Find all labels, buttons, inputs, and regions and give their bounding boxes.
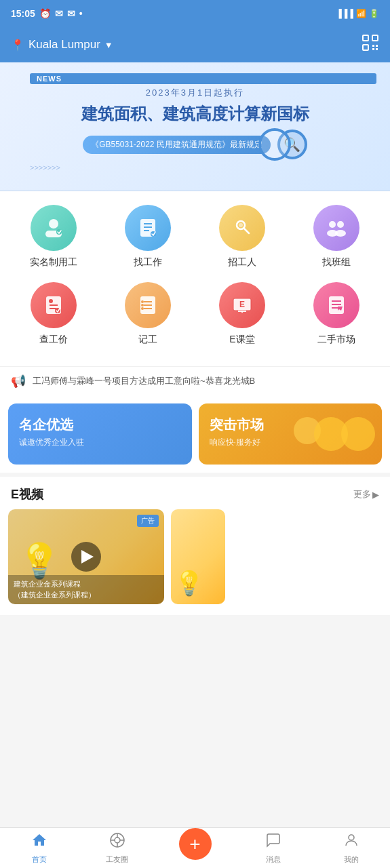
video-section: E视频 更多 ▶ 💡 广告 建筑企业金系列课程 （建筑企业金系列课程） [0,473,390,615]
icon-item-e-class[interactable]: E E课堂 [205,282,279,346]
nav-item-add[interactable]: + [156,828,234,868]
chevron-right-icon: ▶ [372,490,379,500]
status-time-area: 15:05 ⏰ ✉ ✉ • [11,8,83,19]
svg-rect-2 [363,45,368,50]
icon-label-record-work: 记工 [138,334,157,346]
icon-label-find-team: 找班组 [322,256,351,269]
icon-item-find-job[interactable]: 找工作 [111,205,185,269]
svg-rect-1 [372,35,378,41]
icon-item-find-team[interactable]: 找班组 [299,205,374,269]
promo-subtitle-top-companies: 诚邀优秀企业入驻 [19,437,181,448]
icon-label-find-job: 找工作 [134,256,162,269]
svg-point-33 [141,307,144,310]
icon-circle-find-job [125,205,171,251]
icon-item-recruit[interactable]: 招工人 [205,205,279,269]
nav-label-messages: 消息 [266,854,281,865]
icon-circle-secondhand [313,282,359,328]
icon-row-2: 查工价 记工 [7,282,383,346]
svg-text:E: E [239,300,245,309]
home-icon [31,832,47,852]
icon-circle-find-team [313,205,359,251]
promo-title-top-companies: 名企优选 [19,416,181,434]
icon-item-check-price[interactable]: 查工价 [16,282,91,346]
nav-item-messages[interactable]: 消息 [234,828,312,868]
nav-label-home: 首页 [32,854,47,865]
svg-rect-6 [376,48,378,50]
banner-subtitle: 《GB55031-2022 民用建筑通用规范》最新规定 [83,136,271,154]
news-banner[interactable]: ^ ^ ^ ^ ^ ^ ^ NEWS 2023年3月1日起执行 建筑面积、建筑高… [0,62,390,191]
battery-icon: 🔋 [369,9,379,18]
svg-point-49 [349,835,354,840]
icon-label-check-price: 查工价 [39,334,68,346]
video-section-header: E视频 更多 ▶ [0,473,390,509]
deco-circles [300,417,375,451]
notification-ticker: 📢 工冯师傅与霖峰一号项目方达成用工意向啦~恭喜龙光城B [0,366,390,395]
add-button[interactable]: + [179,828,212,860]
banner-bottom-arrows: >>>>>>> [14,163,376,172]
message-icon [265,832,281,852]
video-text-overlay: 建筑企业金系列课程 （建筑企业金系列课程） [8,575,164,604]
dot-indicator: • [79,8,83,19]
plus-icon: + [189,833,200,855]
app-header: 📍 Kuala Lumpur ▼ [0,27,390,62]
icon-label-recruit: 招工人 [228,256,256,269]
email-icon1: ✉ [55,8,63,19]
bottom-navigation: 首页 工友圈 + 消息 [0,827,390,868]
bell-icon: 📢 [11,374,26,389]
svg-point-44 [115,837,120,843]
location-text: Kuala Lumpur [28,38,100,52]
video-more-button[interactable]: 更多 ▶ [353,488,379,500]
nav-item-friends[interactable]: 工友圈 [78,828,156,868]
main-content: ^ ^ ^ ^ ^ ^ ^ NEWS 2023年3月1日起执行 建筑面积、建筑高… [0,62,390,724]
svg-point-18 [329,221,336,228]
promo-card-top-companies[interactable]: 名企优选 诚邀优秀企业入驻 [8,403,192,465]
icon-item-secondhand[interactable]: 二手市场 [299,282,374,346]
svg-point-21 [335,230,346,237]
video-list: 💡 广告 建筑企业金系列课程 （建筑企业金系列课程） 💡 [0,509,390,615]
chevron-down-icon: ▼ [104,40,113,50]
nav-item-mine[interactable]: 我的 [312,828,390,868]
icon-circle-record-work [125,282,171,328]
icon-circle-e-class: E [219,282,265,328]
signal-icon: ▐▐▐ [336,9,353,18]
video-desc-1: 建筑企业金系列课程 [14,579,159,589]
icon-item-real-name-hire[interactable]: 实名制用工 [16,205,91,269]
icon-item-record-work[interactable]: 记工 [111,282,185,346]
svg-point-7 [49,219,58,229]
friends-circle-icon [109,832,125,852]
news-tag: NEWS [30,73,376,84]
person-icon [343,832,359,852]
icon-row-1: 实名制用工 找工作 [7,205,383,269]
svg-point-23 [49,299,53,303]
icon-circle-recruit [219,205,265,251]
icon-grid: 实名制用工 找工作 [0,191,390,366]
location-button[interactable]: 📍 Kuala Lumpur ▼ [11,38,113,52]
status-icons-area: ▐▐▐ 📶 🔋 [336,9,379,18]
nav-item-home[interactable]: 首页 [0,828,78,868]
scan-button[interactable] [362,34,379,56]
lightbulb-decoration-2: 💡 [174,570,204,597]
svg-point-17 [239,223,243,227]
play-triangle-icon [81,550,94,564]
svg-rect-0 [363,35,368,41]
status-bar: 15:05 ⏰ ✉ ✉ • ▐▐▐ 📶 🔋 [0,0,390,27]
status-time: 15:05 [11,8,35,19]
nav-label-friends: 工友圈 [106,854,128,865]
svg-point-19 [337,221,344,228]
video-desc-2: （建筑企业金系列课程） [14,590,159,600]
banner-title: 建筑面积、建筑高度计算新国标 [14,103,376,124]
promo-card-surge-market[interactable]: 突击市场 响应快·服务好 [199,403,383,465]
icon-circle-check-price [31,282,77,328]
ticker-text: 工冯师傅与霖峰一号项目方达成用工意向啦~恭喜龙光城B [33,375,255,387]
svg-rect-5 [372,48,374,50]
nav-label-mine: 我的 [344,854,359,865]
svg-point-32 [141,304,144,307]
play-button[interactable] [71,542,101,572]
email-icon2: ✉ [67,8,75,19]
svg-line-16 [244,229,249,233]
icon-circle-real-name-hire [31,205,77,251]
video-card-partial[interactable]: 💡 [171,509,225,604]
svg-point-31 [141,300,144,303]
video-card-1[interactable]: 💡 广告 建筑企业金系列课程 （建筑企业金系列课程） [8,509,164,604]
svg-rect-3 [372,45,374,47]
